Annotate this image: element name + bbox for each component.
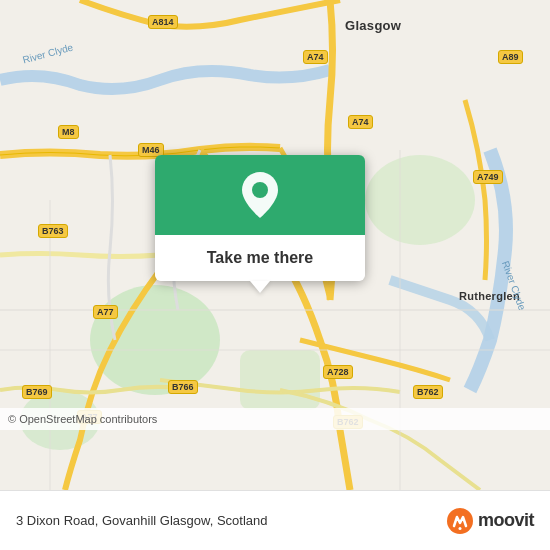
road-badge-A74b: A74 [348, 115, 373, 129]
road-badge-A77: A77 [93, 305, 118, 319]
road-badge-A728: A728 [323, 365, 353, 379]
moovit-logo: moovit [446, 507, 534, 535]
road-badge-A814: A814 [148, 15, 178, 29]
svg-point-8 [252, 182, 268, 198]
glasgow-label: Glasgow [345, 18, 401, 33]
attribution-text: © OpenStreetMap contributors [8, 413, 157, 425]
road-badge-A89: A89 [498, 50, 523, 64]
moovit-logo-icon [446, 507, 474, 535]
take-me-there-button[interactable]: Take me there [155, 235, 365, 281]
road-badge-A74: A74 [303, 50, 328, 64]
location-pin-icon [240, 170, 280, 220]
road-badge-M8: M8 [58, 125, 79, 139]
road-badge-A749: A749 [473, 170, 503, 184]
road-badge-B769: B769 [22, 385, 52, 399]
svg-point-1 [365, 155, 475, 245]
road-badge-B766: B766 [168, 380, 198, 394]
footer: 3 Dixon Road, Govanhill Glasgow, Scotlan… [0, 490, 550, 550]
moovit-logo-text: moovit [478, 510, 534, 531]
road-badge-B763: B763 [38, 224, 68, 238]
svg-point-10 [458, 527, 461, 530]
footer-address: 3 Dixon Road, Govanhill Glasgow, Scotlan… [16, 513, 446, 528]
popup-header [155, 155, 365, 235]
attribution-bar: © OpenStreetMap contributors [0, 408, 550, 430]
location-popup: Take me there [155, 155, 365, 281]
svg-rect-3 [240, 350, 320, 410]
map-container: Glasgow Rutherglen River Clyde River Cly… [0, 0, 550, 490]
road-badge-B762: B762 [413, 385, 443, 399]
